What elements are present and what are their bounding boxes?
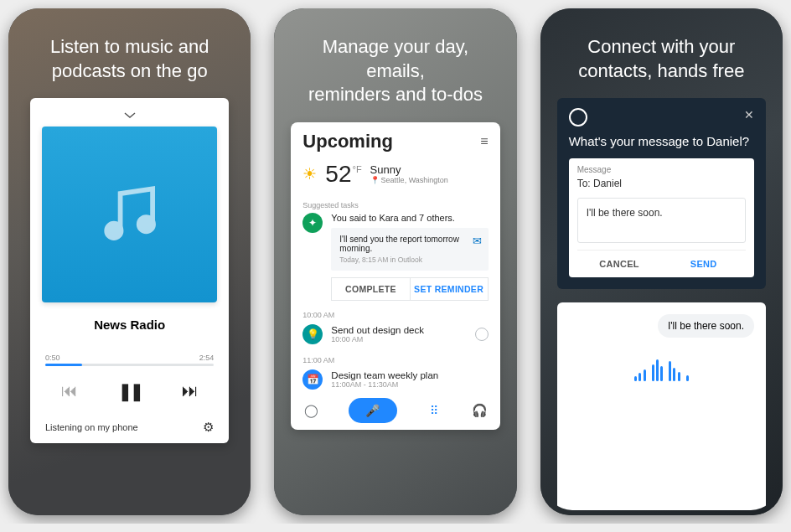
lightbulb-icon: 💡 — [302, 324, 323, 344]
time-row: 0:50 2:54 — [42, 354, 217, 364]
pause-icon[interactable]: ❚❚ — [118, 381, 142, 401]
message-body[interactable]: I'll be there soon. — [577, 198, 746, 243]
album-art — [42, 127, 217, 302]
voice-bubble: I'll be there soon. — [658, 314, 754, 338]
email-quote: I'll send you the report tomorrow mornin… — [331, 228, 488, 271]
upcoming-title: Upcoming — [302, 131, 393, 152]
screenshot-2: Manage your day, emails, reminders and t… — [274, 8, 516, 515]
task-title: You said to Kara and 7 others. — [331, 213, 488, 223]
event-time: 11:00AM - 11:30AM — [331, 380, 438, 389]
keypad-icon[interactable]: ⠿ — [426, 404, 442, 417]
time-header-1: 10:00 AM — [291, 301, 499, 323]
calendar-item[interactable]: 💡 Send out design deck 10:00 AM — [291, 323, 499, 346]
collapse-caret-icon[interactable] — [42, 110, 217, 121]
cortana-panel: ✕ What's your message to Daniel? Message… — [557, 98, 766, 289]
send-button[interactable]: SEND — [661, 251, 746, 277]
mic-button[interactable]: 🎤 — [349, 398, 397, 423]
event-title: Send out design deck — [331, 325, 424, 335]
calendar-item[interactable]: 📅 Design team weekly plan 11:00AM - 11:3… — [291, 368, 499, 391]
svg-point-1 — [138, 217, 153, 231]
screenshot-1: Listen to music and podcasts on the go N… — [8, 8, 251, 515]
close-icon[interactable]: ✕ — [744, 108, 754, 121]
music-player-card: News Radio 0:50 2:54 ⏮ ❚❚ ⏭ Listening on… — [30, 98, 229, 442]
task-checkbox[interactable] — [475, 328, 489, 341]
menu-icon[interactable]: ≡ — [480, 134, 488, 149]
weather-condition: Sunny — [370, 163, 448, 176]
set-reminder-button[interactable]: SET REMINDER — [411, 278, 488, 300]
cortana-prompt: What's your message to Daniel? — [569, 133, 754, 150]
headline-1: Listen to music and podcasts on the go — [13, 13, 246, 98]
cortana-ring-icon — [569, 108, 587, 127]
upcoming-card: Upcoming ≡ ☀ 52°F Sunny 📍Seattle, Washin… — [291, 122, 499, 430]
weather-location: 📍Seattle, Washington — [370, 176, 448, 184]
svg-point-0 — [106, 223, 121, 237]
elapsed-time: 0:50 — [45, 354, 60, 362]
event-time: 10:00 AM — [331, 335, 424, 343]
previous-icon[interactable]: ⏮ — [61, 381, 78, 401]
suggested-task[interactable]: ✦ You said to Kara and 7 others. I'll se… — [291, 213, 499, 301]
screenshot-3: Connect with your contacts, hands free ✕… — [540, 8, 783, 515]
bottom-nav: ◯ 🎤 ⠿ 🎧 — [291, 391, 499, 425]
outlook-icon: ✉ — [473, 235, 482, 247]
task-chip-icon: ✦ — [302, 213, 323, 233]
next-icon[interactable]: ⏭ — [182, 381, 199, 401]
seek-bar[interactable] — [45, 364, 214, 366]
pin-icon: 📍 — [370, 176, 380, 184]
voice-reply-area: I'll be there soon. — [557, 302, 766, 510]
playback-controls: ⏮ ❚❚ ⏭ — [42, 381, 217, 401]
cancel-button[interactable]: CANCEL — [577, 251, 662, 277]
weather-row[interactable]: ☀ 52°F Sunny 📍Seattle, Washington — [291, 161, 499, 196]
total-time: 2:54 — [199, 354, 215, 362]
voice-waveform-icon[interactable] — [569, 338, 754, 385]
message-to: To: Daniel — [577, 178, 746, 189]
headset-icon[interactable]: 🎧 — [472, 403, 489, 418]
event-title: Design team weekly plan — [331, 370, 438, 380]
message-label: Message — [577, 165, 746, 174]
compass-icon[interactable]: ◯ — [302, 403, 319, 418]
sun-icon: ☀ — [302, 164, 317, 183]
suggested-tasks-label: Suggested tasks — [291, 196, 499, 213]
gear-icon[interactable]: ⚙ — [203, 420, 214, 435]
playback-device-label: Listening on my phone — [45, 422, 138, 432]
complete-button[interactable]: COMPLETE — [332, 278, 410, 300]
track-title: News Radio — [42, 318, 217, 332]
time-header-2: 11:00 AM — [291, 346, 499, 368]
message-compose-card: Message To: Daniel I'll be there soon. C… — [569, 158, 754, 277]
temperature: 52°F — [325, 161, 361, 188]
calendar-icon: 📅 — [302, 369, 323, 390]
headline-2: Manage your day, emails, reminders and t… — [279, 13, 511, 122]
headline-3: Connect with your contacts, hands free — [545, 13, 778, 98]
